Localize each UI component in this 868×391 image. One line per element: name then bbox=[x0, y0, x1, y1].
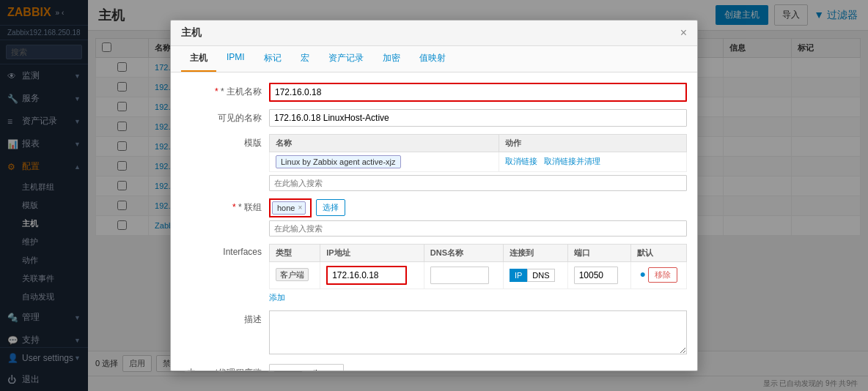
visible-name-input[interactable] bbox=[269, 109, 687, 127]
proxy-control: (no proxy) proxy_active bbox=[269, 364, 687, 372]
groups-row: * 联组 hone × 选择 bbox=[181, 198, 687, 237]
unlink-clear-action[interactable]: 取消链接并清理 bbox=[544, 157, 600, 165]
description-control bbox=[269, 310, 687, 357]
interface-dns-input[interactable] bbox=[430, 267, 489, 284]
modal-title: 主机 bbox=[181, 26, 202, 40]
template-search-wrap bbox=[269, 175, 687, 191]
proxy-row: 由agent代理程序监测 (no proxy) proxy_active bbox=[181, 364, 687, 372]
visible-name-label: 可见的名称 bbox=[181, 109, 269, 124]
add-interface-wrap: 添加 bbox=[269, 292, 687, 303]
group-search-input[interactable] bbox=[269, 220, 687, 237]
description-textarea[interactable] bbox=[269, 310, 687, 354]
templates-table: 名称 动作 Linux by Zabbix agent active-xjz 取… bbox=[269, 134, 687, 172]
groups-label: * 联组 bbox=[181, 198, 269, 214]
group-tag-item: hone × bbox=[272, 201, 306, 215]
tab-host[interactable]: 主机 bbox=[181, 46, 216, 72]
proxy-select[interactable]: (no proxy) proxy_active bbox=[269, 364, 344, 372]
modal-header: 主机 × bbox=[171, 21, 697, 46]
hostname-input[interactable] bbox=[269, 83, 687, 102]
templates-label: 模版 bbox=[181, 134, 269, 149]
description-row: 描述 bbox=[181, 310, 687, 357]
modal-tabs: 主机 IPMI 标记 宏 资产记录 加密 值映射 bbox=[171, 46, 697, 72]
group-tag-remove[interactable]: × bbox=[298, 204, 302, 212]
tab-macros[interactable]: 宏 bbox=[292, 46, 318, 72]
interface-port-input[interactable] bbox=[574, 267, 618, 284]
templates-row: 模版 名称 动作 Linux by Zabbix agent active-xj… bbox=[181, 134, 687, 191]
modal-overlay: 主机 × 主机 IPMI 标记 宏 资产记录 加密 值映射 * 主机名称 可 bbox=[0, 0, 868, 391]
tab-value-mapping[interactable]: 值映射 bbox=[411, 46, 455, 72]
template-col-action: 动作 bbox=[499, 134, 687, 152]
group-search-wrap bbox=[269, 220, 687, 237]
interfaces-row: Interfaces 类型 IP地址 DNS名称 连接到 端口 默认 bbox=[181, 244, 687, 303]
visible-name-control bbox=[269, 109, 687, 127]
interfaces-label: Interfaces bbox=[181, 244, 269, 257]
ip-toggle-button[interactable]: IP bbox=[510, 269, 527, 282]
templates-control: 名称 动作 Linux by Zabbix agent active-xjz 取… bbox=[269, 134, 687, 191]
interfaces-col-port: 端口 bbox=[567, 244, 630, 261]
tab-ipmi[interactable]: IPMI bbox=[218, 46, 254, 72]
hostname-label: * 主机名称 bbox=[181, 83, 269, 98]
dns-toggle-button[interactable]: DNS bbox=[527, 269, 554, 282]
interfaces-control: 类型 IP地址 DNS名称 连接到 端口 默认 客户端 bbox=[269, 244, 687, 303]
modal-body: * 主机名称 可见的名称 模版 名称 bbox=[171, 72, 697, 372]
tab-encrypt[interactable]: 加密 bbox=[374, 46, 409, 72]
groups-tags-area: hone × 选择 bbox=[269, 198, 687, 217]
template-col-name: 名称 bbox=[270, 134, 499, 152]
interfaces-col-type: 类型 bbox=[270, 244, 320, 261]
unlink-action[interactable]: 取消链接 bbox=[505, 157, 537, 165]
interfaces-col-ip: IP地址 bbox=[320, 244, 424, 261]
tab-assets[interactable]: 资产记录 bbox=[320, 46, 372, 72]
interface-row: 客户端 IP bbox=[270, 261, 687, 288]
interface-remove-button[interactable]: 移除 bbox=[648, 267, 677, 283]
interface-default-radio[interactable]: ● bbox=[640, 268, 646, 280]
interfaces-col-dns: DNS名称 bbox=[424, 244, 503, 261]
template-name: Linux by Zabbix agent active-xjz bbox=[276, 155, 401, 168]
interface-ip-input[interactable] bbox=[326, 266, 407, 285]
group-select-button[interactable]: 选择 bbox=[316, 199, 345, 216]
groups-control: hone × 选择 bbox=[269, 198, 687, 237]
interfaces-table: 类型 IP地址 DNS名称 连接到 端口 默认 客户端 bbox=[269, 244, 687, 289]
template-row: Linux by Zabbix agent active-xjz 取消链接 取消… bbox=[270, 152, 687, 171]
modal-close-button[interactable]: × bbox=[680, 26, 687, 40]
add-interface-link[interactable]: 添加 bbox=[269, 293, 285, 302]
proxy-label: 由agent代理程序监测 bbox=[181, 364, 269, 372]
ip-dns-toggle: IP DNS bbox=[510, 269, 555, 282]
group-tag-label: hone bbox=[277, 204, 295, 212]
host-edit-modal: 主机 × 主机 IPMI 标记 宏 资产记录 加密 值映射 * 主机名称 可 bbox=[170, 20, 698, 372]
interfaces-col-default: 默认 bbox=[630, 244, 686, 261]
interface-type: 客户端 bbox=[276, 268, 309, 281]
groups-tag-border: hone × bbox=[269, 198, 312, 217]
hostname-row: * 主机名称 bbox=[181, 83, 687, 102]
visible-name-row: 可见的名称 bbox=[181, 109, 687, 127]
tab-tags[interactable]: 标记 bbox=[255, 46, 290, 72]
hostname-control bbox=[269, 83, 687, 102]
description-label: 描述 bbox=[181, 310, 269, 326]
interfaces-col-connect: 连接到 bbox=[503, 244, 567, 261]
template-search-input[interactable] bbox=[269, 175, 687, 191]
